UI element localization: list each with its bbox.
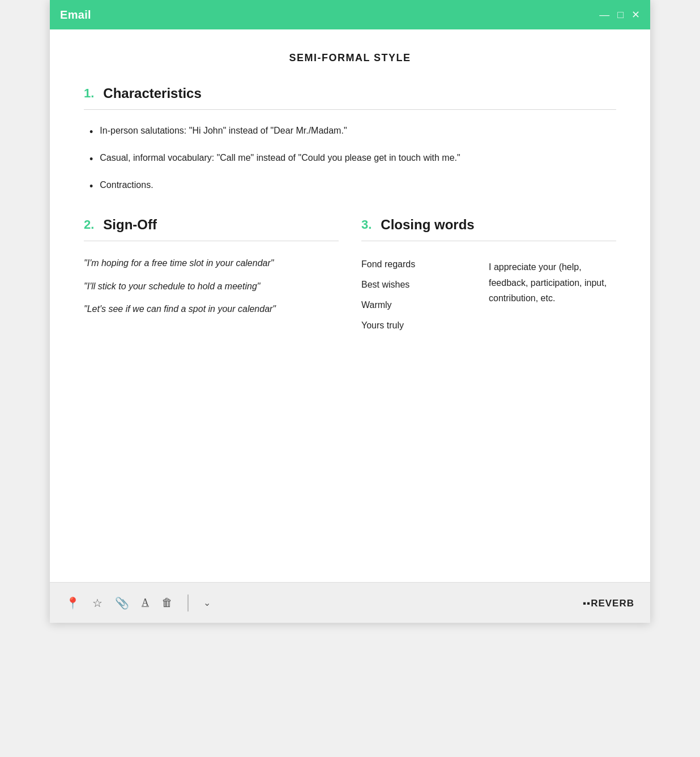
section2-divider (84, 241, 339, 241)
bullet-text: In-person salutations: "Hi John" instead… (100, 123, 347, 138)
chevron-down-icon[interactable]: ⌄ (203, 597, 211, 608)
quote-1: "I'm hoping for a free time slot in your… (84, 255, 339, 272)
titlebar: Email — □ ✕ (50, 0, 650, 29)
section2: 2. Sign-Off "I'm hoping for a free time … (84, 217, 339, 331)
list-item: • In-person salutations: "Hi John" inste… (89, 123, 616, 140)
closing-words-grid: Fond regards Best wishes Warmly Yours tr… (361, 255, 616, 331)
section1-divider (84, 109, 616, 110)
sign-off-quotes: "I'm hoping for a free time slot in your… (84, 255, 339, 318)
section3: 3. Closing words Fond regards Best wishe… (361, 217, 616, 331)
maximize-button[interactable]: □ (617, 10, 624, 20)
toolbar-divider (187, 595, 189, 611)
toolbar: 📍 ☆ 📎 A 🗑 ⌄ ▪▪REVERB (50, 582, 650, 623)
closing-word-1: Fond regards (361, 259, 489, 270)
closing-words-list: Fond regards Best wishes Warmly Yours tr… (361, 255, 489, 331)
main-content: SEMI-FORMAL STYLE 1. Characteristics • I… (50, 29, 650, 582)
section2-header: 2. Sign-Off (84, 217, 339, 233)
text-format-icon[interactable]: A (142, 597, 149, 609)
section3-header: 3. Closing words (361, 217, 616, 233)
minimize-button[interactable]: — (599, 10, 609, 20)
section1-header: 1. Characteristics (84, 85, 616, 101)
quote-2: "I'll stick to your schedule to hold a m… (84, 278, 339, 295)
section2-number: 2. (84, 217, 94, 232)
window-title: Email (60, 8, 91, 22)
app-window: Email — □ ✕ SEMI-FORMAL STYLE 1. Charact… (50, 0, 650, 623)
list-item: • Contractions. (89, 178, 616, 195)
location-icon[interactable]: 📍 (66, 596, 80, 610)
bullet-text: Contractions. (100, 178, 153, 193)
bullet-icon: • (89, 178, 93, 195)
section3-divider (361, 241, 616, 241)
bullet-icon: • (89, 151, 93, 168)
closing-word-4: Yours truly (361, 320, 489, 331)
bullet-icon: • (89, 124, 93, 140)
window-controls: — □ ✕ (599, 10, 640, 20)
bullet-text: Casual, informal vocabulary: "Call me" i… (100, 151, 460, 165)
two-column-grid: 2. Sign-Off "I'm hoping for a free time … (84, 217, 616, 331)
characteristics-list: • In-person salutations: "Hi John" inste… (84, 123, 616, 194)
paperclip-icon[interactable]: 📎 (115, 596, 129, 610)
section3-number: 3. (361, 217, 372, 232)
section1-title: Characteristics (103, 85, 201, 101)
closing-description: I appreciate your (help, feedback, parti… (489, 255, 616, 331)
close-button[interactable]: ✕ (631, 10, 640, 20)
closing-word-3: Warmly (361, 300, 489, 310)
star-icon[interactable]: ☆ (92, 596, 103, 610)
toolbar-left: 📍 ☆ 📎 A 🗑 ⌄ (66, 595, 211, 611)
section2-title: Sign-Off (103, 217, 157, 233)
page-title: SEMI-FORMAL STYLE (84, 52, 616, 64)
closing-word-2: Best wishes (361, 280, 489, 290)
section3-title: Closing words (381, 217, 474, 233)
trash-icon[interactable]: 🗑 (161, 596, 173, 609)
list-item: • Casual, informal vocabulary: "Call me"… (89, 151, 616, 168)
section1-number: 1. (84, 86, 94, 101)
reverb-logo: ▪▪REVERB (583, 596, 634, 609)
quote-3: "Let's see if we can find a spot in your… (84, 301, 339, 318)
